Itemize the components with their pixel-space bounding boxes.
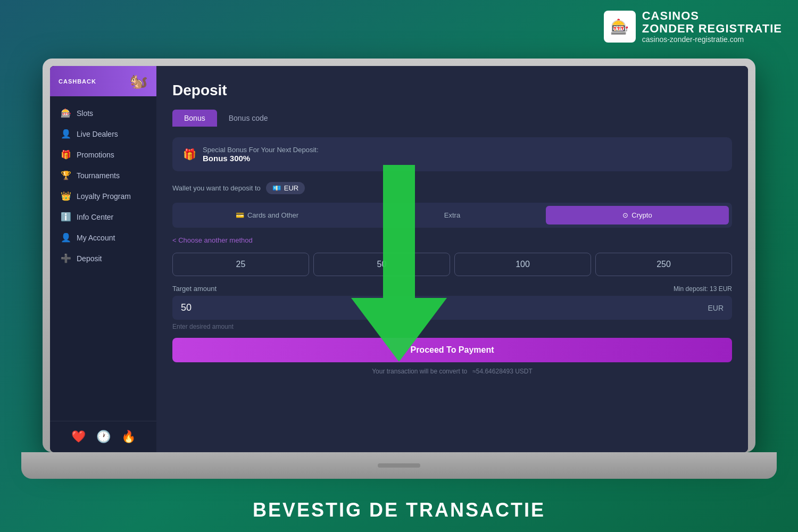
crypto-icon: ⊙ <box>622 211 628 219</box>
payment-methods: 💳 Cards and Other Extra ⊙ Crypto <box>172 203 732 228</box>
amount-input-row[interactable]: 50 EUR <box>172 296 732 320</box>
branding-url: casinos-zonder-registratie.com <box>642 35 782 44</box>
account-icon: 👤 <box>61 232 71 243</box>
cards-icon: 💳 <box>236 211 244 219</box>
page-title: Deposit <box>172 82 732 99</box>
sidebar-item-label: My Account <box>77 234 115 242</box>
casino-icon: 🎰 <box>610 18 629 36</box>
branding-logo: 🎰 <box>604 11 636 43</box>
sidebar: CASHBACK 🐿️ 🎰 Slots 👤 Live Dealers 🎁 Pro… <box>50 66 156 452</box>
mascot-icon: 🐿️ <box>129 72 148 90</box>
laptop-frame: CASHBACK 🐿️ 🎰 Slots 👤 Live Dealers 🎁 Pro… <box>43 59 755 452</box>
target-row: Target amount Min deposit: 13 EUR <box>172 285 732 293</box>
enter-hint: Enter desired amount <box>172 323 732 330</box>
live-dealers-icon: 👤 <box>61 129 71 139</box>
bonus-info: Special Bonus For Your Next Deposit: Bon… <box>203 146 319 163</box>
wallet-label: Wallet you want to deposit to <box>172 184 261 192</box>
wallet-currency: EUR <box>284 184 298 192</box>
sidebar-item-promotions[interactable]: 🎁 Promotions <box>50 144 156 165</box>
bonus-description: Special Bonus For Your Next Deposit: <box>203 146 319 154</box>
branding: 🎰 CASINOS ZONDER REGISTRATIE casinos-zon… <box>604 10 782 44</box>
amount-display: 50 <box>181 302 708 313</box>
sidebar-item-label: Live Dealers <box>77 130 118 138</box>
laptop-screen: CASHBACK 🐿️ 🎰 Slots 👤 Live Dealers 🎁 Pro… <box>50 66 748 452</box>
method-cards[interactable]: 💳 Cards and Other <box>176 206 359 225</box>
amount-buttons: 25 50 100 250 <box>172 253 732 276</box>
wallet-row: Wallet you want to deposit to 💶 EUR <box>172 182 732 194</box>
laptop-bottom <box>21 452 777 479</box>
bonus-box: 🎁 Special Bonus For Your Next Deposit: B… <box>172 137 732 171</box>
amount-250[interactable]: 250 <box>595 253 732 276</box>
favorites-icon[interactable]: ❤️ <box>71 430 86 444</box>
conversion-value: ≈54.64628493 USDT <box>472 368 533 375</box>
sidebar-item-info[interactable]: ℹ️ Info Center <box>50 206 156 227</box>
currency-circle-icon: 💶 <box>272 184 281 192</box>
sidebar-item-label: Loyalty Program <box>77 192 131 201</box>
tab-bonus[interactable]: Bonus <box>172 110 217 127</box>
branding-text: CASINOS ZONDER REGISTRATIE casinos-zonde… <box>642 10 782 44</box>
slots-icon: 🎰 <box>61 108 71 118</box>
loyalty-icon: 👑 <box>61 191 71 201</box>
promotions-icon: 🎁 <box>61 149 71 160</box>
sidebar-nav: 🎰 Slots 👤 Live Dealers 🎁 Promotions 🏆 To… <box>50 101 156 421</box>
conversion-prefix: Your transaction will be convert to <box>372 368 467 375</box>
deposit-tabs: Bonus Bonus code <box>172 110 732 127</box>
sidebar-item-label: Deposit <box>77 254 102 263</box>
info-icon: ℹ️ <box>61 212 71 222</box>
currency-display: EUR <box>708 304 724 312</box>
cashback-banner[interactable]: CASHBACK 🐿️ <box>50 66 156 96</box>
bonus-amount: Bonus 300% <box>203 154 319 163</box>
sidebar-item-loyalty[interactable]: 👑 Loyalty Program <box>50 186 156 206</box>
amount-25[interactable]: 25 <box>172 253 309 276</box>
amount-100[interactable]: 100 <box>454 253 591 276</box>
branding-title-line1: CASINOS ZONDER REGISTRATIE <box>642 10 782 35</box>
amount-50[interactable]: 50 <box>313 253 450 276</box>
sidebar-item-tournaments[interactable]: 🏆 Tournaments <box>50 165 156 186</box>
wallet-badge[interactable]: 💶 EUR <box>266 182 305 194</box>
bottom-text: BEVESTIG DE TRANSACTIE <box>0 499 798 521</box>
sidebar-item-label: Tournaments <box>77 171 120 180</box>
sidebar-item-account[interactable]: 👤 My Account <box>50 227 156 248</box>
sidebar-item-label: Info Center <box>77 213 113 221</box>
min-deposit-label: Min deposit: 13 EUR <box>674 285 732 293</box>
sidebar-item-label: Slots <box>77 109 93 118</box>
tab-bonus-code[interactable]: Bonus code <box>217 110 280 127</box>
bonus-gift-icon: 🎁 <box>183 148 196 161</box>
sidebar-item-label: Promotions <box>77 151 114 159</box>
method-crypto[interactable]: ⊙ Crypto <box>546 206 729 225</box>
proceed-to-payment-button[interactable]: Proceed To Payment <box>172 338 732 362</box>
laptop-notch <box>378 463 420 468</box>
tournaments-icon: 🏆 <box>61 170 71 180</box>
hot-icon[interactable]: 🔥 <box>121 430 136 444</box>
sidebar-item-deposit[interactable]: ➕ Deposit <box>50 248 156 269</box>
target-label: Target amount <box>172 285 217 293</box>
method-extra[interactable]: Extra <box>361 206 544 225</box>
sidebar-item-live-dealers[interactable]: 👤 Live Dealers <box>50 123 156 144</box>
conversion-text: Your transaction will be convert to ≈54.… <box>172 368 732 375</box>
recent-icon[interactable]: 🕐 <box>96 430 111 444</box>
cashback-label: CASHBACK <box>59 78 96 85</box>
choose-method-link[interactable]: < Choose another method <box>172 236 732 244</box>
main-content: Deposit Bonus Bonus code 🎁 Special Bonus… <box>156 66 748 452</box>
sidebar-item-slots[interactable]: 🎰 Slots <box>50 103 156 123</box>
sidebar-actions: ❤️ 🕐 🔥 <box>50 421 156 452</box>
deposit-icon: ➕ <box>61 253 71 263</box>
